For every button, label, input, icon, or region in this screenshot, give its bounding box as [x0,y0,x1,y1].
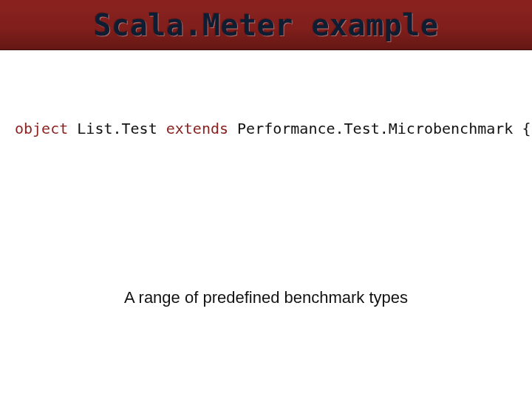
title-bar: Scala.Meter example [0,0,532,50]
caption-text: A range of predefined benchmark types [0,288,532,307]
slide-title: Scala.Meter example [93,8,438,42]
slide: Scala.Meter example object List.Test ext… [0,0,532,399]
code-line: object List.Test extends Performance.Tes… [15,120,531,137]
keyword-object: object [15,120,68,137]
keyword-extends: extends [166,120,228,137]
code-identifier: Performance.Test.Microbenchmark { [237,120,531,137]
code-identifier: List.Test [77,120,166,137]
code-space [228,120,237,137]
code-space [68,120,77,137]
